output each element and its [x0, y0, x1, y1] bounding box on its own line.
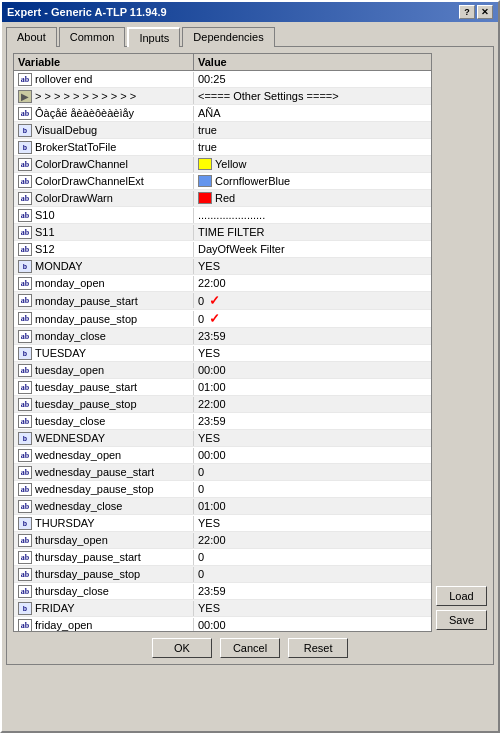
cancel-button[interactable]: Cancel: [220, 638, 280, 658]
ab-icon: ab: [18, 415, 32, 428]
cell-value: YES: [194, 431, 431, 445]
variable-name: thursday_pause_start: [35, 551, 141, 563]
cell-variable: abColorDrawChannel: [14, 157, 194, 172]
variable-name: thursday_close: [35, 585, 109, 597]
cell-variable: abfriday_open: [14, 618, 194, 632]
cell-value: CornflowerBlue: [194, 174, 431, 188]
table-row[interactable]: abwednesday_close01:00: [14, 498, 431, 515]
cell-value: AÑA: [194, 106, 431, 120]
value-text: 22:00: [198, 277, 226, 289]
table-body[interactable]: abrollover end00:25▶> > > > > > > > > > …: [14, 71, 431, 631]
table-row[interactable]: abColorDrawWarnRed: [14, 190, 431, 207]
value-text: YES: [198, 347, 220, 359]
value-text: Red: [215, 192, 235, 204]
table-row[interactable]: bWEDNESDAYYES: [14, 430, 431, 447]
table-row[interactable]: abtuesday_pause_stop22:00: [14, 396, 431, 413]
value-text: true: [198, 124, 217, 136]
ab-icon: ab: [18, 294, 32, 307]
ab-icon: ab: [18, 330, 32, 343]
table-row[interactable]: abfriday_open00:00: [14, 617, 431, 631]
table-row[interactable]: ▶> > > > > > > > > > ><==== Other Settin…: [14, 88, 431, 105]
cell-value: true: [194, 140, 431, 154]
cell-value: 00:25: [194, 72, 431, 86]
ab-icon: ab: [18, 277, 32, 290]
variable-name: BrokerStatToFile: [35, 141, 116, 153]
tab-about[interactable]: About: [6, 27, 57, 47]
variable-name: FRIDAY: [35, 602, 75, 614]
table-row[interactable]: abwednesday_open00:00: [14, 447, 431, 464]
table-row[interactable]: bTHURSDAYYES: [14, 515, 431, 532]
table-row[interactable]: abthursday_pause_stop0: [14, 566, 431, 583]
cell-value: TIME FILTER: [194, 225, 431, 239]
value-text: YES: [198, 517, 220, 529]
cell-variable: abwednesday_pause_stop: [14, 482, 194, 497]
table-row[interactable]: abS12DayOfWeek Filter: [14, 241, 431, 258]
tab-dependencies[interactable]: Dependencies: [182, 27, 274, 47]
cell-variable: ▶> > > > > > > > > > >: [14, 89, 194, 104]
table-row[interactable]: abS10......................: [14, 207, 431, 224]
table-row[interactable]: abÔàçåë åèàèôèàèìåyAÑA: [14, 105, 431, 122]
table-row[interactable]: abthursday_open22:00: [14, 532, 431, 549]
cell-variable: abthursday_close: [14, 584, 194, 599]
ok-button[interactable]: OK: [152, 638, 212, 658]
table-row[interactable]: abmonday_close23:59: [14, 328, 431, 345]
variable-name: monday_pause_stop: [35, 313, 137, 325]
reset-button[interactable]: Reset: [288, 638, 348, 658]
variable-name: monday_open: [35, 277, 105, 289]
table-row[interactable]: abwednesday_pause_start0: [14, 464, 431, 481]
value-text: true: [198, 141, 217, 153]
table-row[interactable]: bTUESDAYYES: [14, 345, 431, 362]
title-bar: Expert - Generic A-TLP 11.94.9 ? ✕: [2, 2, 498, 22]
close-button[interactable]: ✕: [477, 5, 493, 19]
bool-icon: b: [18, 124, 32, 137]
table-row[interactable]: bVisualDebugtrue: [14, 122, 431, 139]
cell-variable: bFRIDAY: [14, 601, 194, 616]
table-row[interactable]: abthursday_close23:59: [14, 583, 431, 600]
variable-name: S11: [35, 226, 55, 238]
value-text: YES: [198, 432, 220, 444]
tab-inputs[interactable]: Inputs: [127, 27, 180, 47]
cell-variable: abColorDrawChannelExt: [14, 174, 194, 189]
color-var-icon: ab: [18, 192, 32, 205]
load-button[interactable]: Load: [436, 586, 487, 606]
cell-value: 23:59: [194, 414, 431, 428]
table-row[interactable]: abtuesday_close23:59: [14, 413, 431, 430]
ab-icon: ab: [18, 209, 32, 222]
variable-name: tuesday_close: [35, 415, 105, 427]
cell-variable: abS10: [14, 208, 194, 223]
table-row[interactable]: abS11TIME FILTER: [14, 224, 431, 241]
table-row[interactable]: abmonday_pause_start0✓: [14, 292, 431, 310]
cell-variable: abS12: [14, 242, 194, 257]
cell-variable: abtuesday_pause_stop: [14, 397, 194, 412]
value-text: 0: [198, 483, 204, 495]
value-text: 00:25: [198, 73, 226, 85]
ab-icon: ab: [18, 551, 32, 564]
variable-name: S10: [35, 209, 55, 221]
table-row[interactable]: bMONDAYYES: [14, 258, 431, 275]
table-row[interactable]: bFRIDAYYES: [14, 600, 431, 617]
table-row[interactable]: abtuesday_pause_start01:00: [14, 379, 431, 396]
title-bar-buttons: ? ✕: [459, 5, 493, 19]
table-row[interactable]: abColorDrawChannelYellow: [14, 156, 431, 173]
ab-icon: ab: [18, 73, 32, 86]
tab-common[interactable]: Common: [59, 27, 126, 47]
content-wrapper: Variable Value abrollover end00:25▶> > >…: [13, 53, 487, 632]
save-button[interactable]: Save: [436, 610, 487, 630]
table-row[interactable]: abColorDrawChannelExtCornflowerBlue: [14, 173, 431, 190]
color-swatch: [198, 192, 212, 204]
bool-icon: b: [18, 602, 32, 615]
check-mark-icon: ✓: [209, 311, 220, 326]
help-button[interactable]: ?: [459, 5, 475, 19]
table-row[interactable]: abmonday_pause_stop0✓: [14, 310, 431, 328]
table-row[interactable]: abtuesday_open00:00: [14, 362, 431, 379]
table-row[interactable]: abwednesday_pause_stop0: [14, 481, 431, 498]
table-row[interactable]: abrollover end00:25: [14, 71, 431, 88]
table-row[interactable]: abmonday_open22:00: [14, 275, 431, 292]
value-text: 01:00: [198, 500, 226, 512]
cell-variable: abmonday_close: [14, 329, 194, 344]
cell-value: DayOfWeek Filter: [194, 242, 431, 256]
variable-name: WEDNESDAY: [35, 432, 105, 444]
variable-name: wednesday_close: [35, 500, 122, 512]
table-row[interactable]: abthursday_pause_start0: [14, 549, 431, 566]
table-row[interactable]: bBrokerStatToFiletrue: [14, 139, 431, 156]
